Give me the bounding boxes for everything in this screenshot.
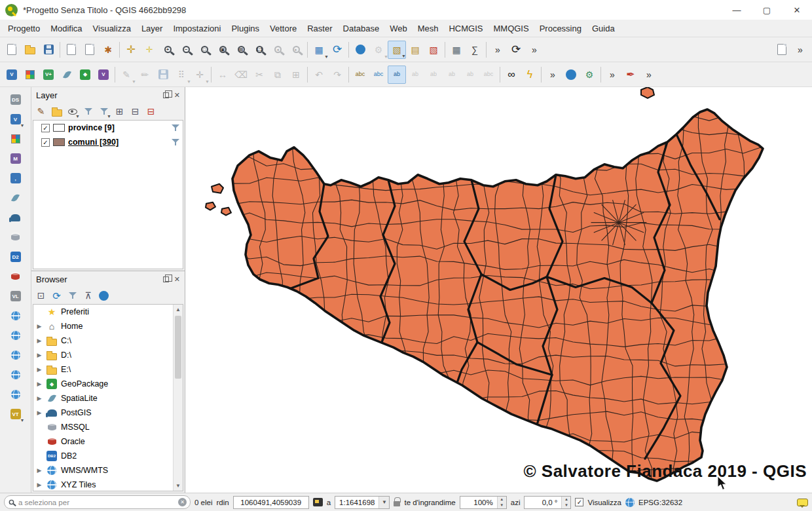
chevron-down-icon[interactable]: ▼	[378, 497, 389, 508]
browser-item-wms-wmts[interactable]: ▶WMS/WMTS	[33, 463, 183, 478]
menu-plugins[interactable]: Plugins	[226, 22, 265, 35]
layer-symbol-swatch[interactable]	[53, 124, 65, 132]
new-print-layout-button[interactable]	[62, 41, 81, 59]
open-attribute-table-button[interactable]: ▦	[447, 41, 466, 59]
menu-mesh[interactable]: Mesh	[413, 22, 444, 35]
add-vector-tile-layer-button[interactable]: VT▼	[7, 406, 24, 423]
browser-item-xyz-tiles[interactable]: ▶XYZ Tiles	[33, 478, 183, 491]
browser-item-mssql[interactable]: MSSQL	[33, 420, 183, 434]
expand-arrow-icon[interactable]: ▶	[36, 482, 43, 488]
add-raster-layer-quick-button[interactable]	[21, 66, 39, 84]
menu-modifica[interactable]: Modifica	[45, 22, 87, 35]
copy-features-button[interactable]: ⧉	[268, 66, 287, 84]
zoom-full-button[interactable]: □	[195, 41, 213, 59]
float-panel-icon[interactable]	[163, 276, 169, 282]
scrollbar-thumb[interactable]	[175, 316, 181, 379]
layer-labeling-options-button[interactable]: abc	[369, 66, 388, 84]
highlight-pinned-labels-button[interactable]: ab	[388, 66, 406, 84]
menu-impostazioni[interactable]: Impostazioni	[168, 22, 226, 35]
select-features-by-value-button[interactable]: ▤	[406, 41, 424, 59]
open-data-source-manager-button[interactable]: DS	[7, 91, 24, 108]
browser-item-oracle[interactable]: Oracle	[33, 434, 183, 449]
add-raster-layer-button[interactable]	[7, 130, 24, 147]
browser-scrollbar[interactable]: ▲ ▼	[173, 305, 183, 491]
expand-arrow-icon[interactable]: ▶	[36, 337, 43, 344]
filter-legend-button[interactable]	[81, 105, 95, 119]
expand-arrow-icon[interactable]: ▶	[36, 366, 43, 373]
scroll-down-icon[interactable]: ▼	[174, 481, 183, 491]
browser-item-home[interactable]: ▶⌂Home	[33, 319, 183, 333]
scrollbar-track[interactable]	[174, 314, 183, 481]
cut-features-button[interactable]: ✂	[250, 66, 268, 84]
layer-item-comuni-390[interactable]: ✓comuni [390]	[33, 135, 183, 149]
vertex-tool-button[interactable]: ✛▼	[191, 66, 209, 84]
add-selected-layers-button[interactable]: ⊡	[34, 289, 48, 303]
close-button[interactable]: ✕	[782, 0, 812, 20]
add-arcgis-featureserver-layer-button[interactable]	[7, 386, 24, 403]
add-wms-layer-button[interactable]	[7, 307, 24, 324]
layer-filter-indicator-icon[interactable]	[172, 138, 179, 146]
menu-visualizza[interactable]: Visualizza	[88, 22, 136, 35]
minimize-button[interactable]: —	[722, 0, 752, 20]
manage-map-themes-button[interactable]: ▼	[65, 105, 79, 119]
expand-arrow-icon[interactable]: ▶	[36, 352, 43, 358]
browser-item-db2[interactable]: DB2DB2	[33, 449, 183, 463]
statistical-summary-button[interactable]: ∑	[466, 41, 484, 59]
scale-combobox[interactable]: 1:1641698 ▼	[335, 496, 390, 509]
filter-browser-button[interactable]	[65, 289, 79, 303]
clear-search-icon[interactable]: ✕	[178, 498, 187, 506]
toolbar-overflow-3-button[interactable]: »	[791, 41, 809, 59]
expand-arrow-icon[interactable]: ▶	[36, 323, 43, 330]
rotation-spinbox[interactable]: 0,0 ° ▲▼	[524, 496, 571, 509]
rotate-label-button[interactable]: ab	[461, 66, 479, 84]
toggle-editing-button[interactable]: ✏	[136, 66, 154, 84]
add-spatialite-layer-button[interactable]	[7, 189, 24, 206]
collapse-all-browser-button[interactable]: ⊼	[81, 289, 95, 303]
layer-filter-indicator-icon[interactable]	[172, 124, 179, 132]
collapse-all-button[interactable]: ⊟	[128, 105, 142, 119]
menu-progetto[interactable]: Progetto	[3, 22, 45, 35]
menu-processing[interactable]: Processing	[534, 22, 587, 35]
pan-map-button[interactable]: ✛	[122, 41, 140, 59]
add-mssql-layer-button[interactable]	[7, 229, 24, 246]
new-shapefile-layer-button[interactable]: V+	[39, 66, 58, 84]
menu-database[interactable]: Database	[338, 22, 385, 35]
filter-legend-by-expression-button[interactable]: ▼	[97, 105, 111, 119]
add-mesh-layer-button[interactable]: M	[7, 150, 24, 167]
metasearch-button[interactable]: ∞	[502, 66, 521, 84]
add-wcs-layer-button[interactable]	[7, 347, 24, 364]
processing-toolbox-shortcut-button[interactable]: ⚙	[580, 66, 599, 84]
browser-item-preferiti[interactable]: ★Preferiti	[33, 305, 183, 319]
show-layout-manager-button[interactable]	[81, 41, 99, 59]
refresh-plugins-button[interactable]: ⟳	[507, 41, 525, 59]
add-vector-layer-quick-button[interactable]: V	[3, 66, 21, 84]
coordinate-input[interactable]	[233, 496, 309, 509]
paste-features-button[interactable]: ⊞	[287, 66, 305, 84]
deselect-features-button[interactable]: ▧	[424, 41, 443, 59]
new-map-view-button[interactable]: ▦▼	[310, 41, 328, 59]
undo-button[interactable]: ↶	[310, 66, 328, 84]
open-layer-styling-button[interactable]: ✎	[34, 105, 48, 119]
browser-item-e[interactable]: ▶E:\	[33, 362, 183, 377]
add-delimited-text-layer-button[interactable]: ,	[7, 170, 24, 187]
spinner-arrows-icon[interactable]: ▲▼	[497, 497, 506, 508]
search-input[interactable]	[18, 499, 175, 506]
crs-status[interactable]: EPSG:32632	[638, 499, 682, 506]
crs-globe-icon[interactable]	[625, 498, 635, 507]
maximize-button[interactable]: ▢	[752, 0, 782, 20]
toolbar-overflow-4-button[interactable]: »	[544, 66, 562, 84]
move-feature-button[interactable]: ↔	[213, 66, 232, 84]
toolbar-overflow-5-button[interactable]: »	[603, 66, 621, 84]
toolbar-overflow-1-button[interactable]: »	[489, 41, 507, 59]
pen-plugin-button[interactable]: ✒	[621, 66, 640, 84]
open-project-button[interactable]	[21, 41, 39, 59]
magnifier-spinbox[interactable]: 100% ▲▼	[460, 496, 507, 509]
expand-all-button[interactable]: ⊞	[113, 105, 126, 119]
new-geopackage-layer-button[interactable]: ◆	[76, 66, 94, 84]
pan-map-to-selection-button[interactable]: ✛	[140, 41, 158, 59]
add-postgis-layer-button[interactable]	[7, 209, 24, 226]
browser-item-geopackage[interactable]: ▶◆GeoPackage	[33, 377, 183, 391]
locator-search[interactable]: ✕	[4, 495, 191, 509]
add-db2-layer-button[interactable]: D2	[7, 248, 24, 265]
new-spatialite-layer-button[interactable]	[58, 66, 76, 84]
